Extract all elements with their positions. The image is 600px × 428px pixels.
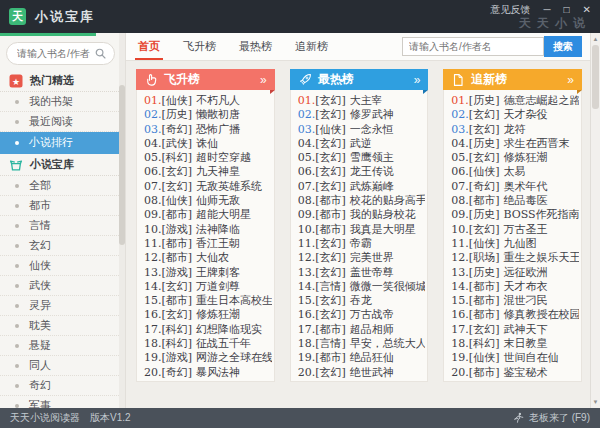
- chevron-right-icon[interactable]: »: [414, 73, 421, 87]
- rank-item[interactable]: 12.[玄幻]完美世界: [298, 251, 426, 265]
- rank-category: [玄幻]: [315, 137, 346, 150]
- rank-category: [仙侠]: [162, 194, 193, 207]
- rank-item[interactable]: 09.[都市]我的贴身校花: [298, 208, 426, 222]
- rank-item[interactable]: 01.[仙侠]不朽凡人: [144, 94, 272, 108]
- rank-item[interactable]: 16.[都市]修真教授在校园: [451, 308, 579, 322]
- maximize-button[interactable]: □: [564, 4, 570, 15]
- rank-item[interactable]: 10.[玄幻]万古圣王: [451, 223, 579, 237]
- rank-item[interactable]: 17.[玄幻]武神天下: [451, 323, 579, 337]
- rank-item[interactable]: 07.[玄幻]无敌英雄系统: [144, 180, 272, 194]
- sidebar-item[interactable]: 灵异: [0, 296, 125, 316]
- rank-item[interactable]: 09.[历史]BOSS作死指南: [451, 208, 579, 222]
- tab-4[interactable]: 追新榜: [295, 33, 328, 60]
- rank-item[interactable]: 20.[玄幻]绝世武神: [298, 366, 426, 380]
- nav-search-input[interactable]: [402, 37, 544, 56]
- sidebar-item[interactable]: 小说排行: [0, 132, 125, 154]
- tab-3[interactable]: 最热榜: [239, 33, 272, 60]
- sidebar-item[interactable]: 军事: [0, 396, 125, 408]
- rank-item[interactable]: 05.[玄幻]修炼狂潮: [451, 151, 579, 165]
- rank-item[interactable]: 04.[武侠]诛仙: [144, 137, 272, 151]
- rank-item[interactable]: 15.[玄幻]吞龙: [298, 294, 426, 308]
- scroll-down-icon[interactable]: ▼: [591, 398, 600, 406]
- close-button[interactable]: ✕: [583, 4, 591, 15]
- sidebar-item[interactable]: 最近阅读: [0, 112, 125, 132]
- sidebar-item[interactable]: 全部: [0, 176, 125, 196]
- rank-item[interactable]: 18.[科幻]征战五千年: [144, 337, 272, 351]
- rank-item[interactable]: 13.[历史]远征欧洲: [451, 266, 579, 280]
- rank-item[interactable]: 20.[奇幻]暴风法神: [144, 366, 272, 380]
- boss-key-button[interactable]: 老板来了 (F9): [512, 411, 590, 425]
- rank-category: [玄幻]: [469, 323, 500, 336]
- rank-item[interactable]: 14.[言情]微微一笑很倾城: [298, 280, 426, 294]
- sidebar-item[interactable]: 我的书架: [0, 92, 125, 112]
- rank-item[interactable]: 11.[仙侠]九仙图: [451, 237, 579, 251]
- sidebar-item[interactable]: 仙侠: [0, 256, 125, 276]
- rank-item[interactable]: 03.[玄幻]龙符: [451, 123, 579, 137]
- rank-item[interactable]: 15.[都市]重生日本高校生: [144, 294, 272, 308]
- sidebar-item[interactable]: 同人: [0, 356, 125, 376]
- rank-item[interactable]: 01.[玄幻]大主宰: [298, 94, 426, 108]
- rank-item[interactable]: 19.[游戏]网游之全球在线: [144, 351, 272, 365]
- main-scrollbar-thumb[interactable]: [592, 45, 599, 109]
- rank-item[interactable]: 06.[玄幻]九天神皇: [144, 165, 272, 179]
- rank-item[interactable]: 10.[游戏]法神降临: [144, 223, 272, 237]
- rank-title: 天才布衣: [503, 280, 547, 293]
- sidebar-item[interactable]: 都市: [0, 196, 125, 216]
- sidebar-item[interactable]: 悬疑: [0, 336, 125, 356]
- rank-item[interactable]: 19.[都市]绝品狂仙: [298, 351, 426, 365]
- rank-item[interactable]: 18.[科幻]末日教皇: [451, 337, 579, 351]
- rank-item[interactable]: 06.[玄幻]龙王传说: [298, 165, 426, 179]
- search-button[interactable]: 搜索: [544, 36, 582, 57]
- rank-item[interactable]: 16.[玄幻]万古战帝: [298, 308, 426, 322]
- sidebar-item[interactable]: 奇幻: [0, 376, 125, 396]
- rank-item[interactable]: 11.[都市]香江王朝: [144, 237, 272, 251]
- rank-item[interactable]: 08.[都市]校花的贴身高手: [298, 194, 426, 208]
- tab-1[interactable]: 首页: [138, 33, 160, 60]
- rank-item[interactable]: 19.[仙侠]世间自在仙: [451, 351, 579, 365]
- sidebar-item[interactable]: 言情: [0, 216, 125, 236]
- rank-item[interactable]: 10.[都市]我真是大明星: [298, 223, 426, 237]
- rank-item[interactable]: 05.[玄幻]雪鹰领主: [298, 151, 426, 165]
- rank-item[interactable]: 01.[历史]德意志崛起之路: [451, 94, 579, 108]
- rank-item[interactable]: 02.[历史]懒散初唐: [144, 108, 272, 122]
- sidebar-scrollbar-thumb[interactable]: [119, 85, 125, 245]
- rank-item[interactable]: 17.[科幻]幻想降临现实: [144, 323, 272, 337]
- tab-2[interactable]: 飞升榜: [183, 33, 216, 60]
- feedback-link[interactable]: 意见反馈: [490, 4, 530, 15]
- rank-item[interactable]: 04.[历史]求生在西晋末: [451, 137, 579, 151]
- rank-item[interactable]: 07.[奇幻]奥术年代: [451, 180, 579, 194]
- rank-item[interactable]: 14.[都市]天才布衣: [451, 280, 579, 294]
- rank-item[interactable]: 13.[玄幻]盖世帝尊: [298, 266, 426, 280]
- sidebar-item[interactable]: 武侠: [0, 276, 125, 296]
- search-icon[interactable]: [94, 47, 107, 60]
- rank-item[interactable]: 02.[玄幻]天才杂役: [451, 108, 579, 122]
- chevron-right-icon[interactable]: »: [260, 73, 267, 87]
- rank-item[interactable]: 17.[都市]超品相师: [298, 323, 426, 337]
- rank-item[interactable]: 15.[都市]混世刁民: [451, 294, 579, 308]
- rank-item[interactable]: 06.[仙侠]太易: [451, 165, 579, 179]
- rank-item[interactable]: 03.[仙侠]一念永恒: [298, 123, 426, 137]
- rank-item[interactable]: 08.[仙侠]仙师无敌: [144, 194, 272, 208]
- sidebar-scrollbar[interactable]: [119, 33, 125, 408]
- sidebar-item[interactable]: 玄幻: [0, 236, 125, 256]
- rank-item[interactable]: 02.[玄幻]修罗武神: [298, 108, 426, 122]
- rank-item[interactable]: 13.[游戏]王牌刺客: [144, 266, 272, 280]
- rank-item[interactable]: 09.[都市]超能大明星: [144, 208, 272, 222]
- chevron-right-icon[interactable]: »: [567, 73, 574, 87]
- rank-item[interactable]: 11.[玄幻]帝霸: [298, 237, 426, 251]
- scroll-up-icon[interactable]: ▲: [591, 35, 600, 43]
- rank-item[interactable]: 08.[都市]绝品毒医: [451, 194, 579, 208]
- rank-item[interactable]: 04.[玄幻]武逆: [298, 137, 426, 151]
- rank-item[interactable]: 14.[玄幻]万道剑尊: [144, 280, 272, 294]
- rank-item[interactable]: 16.[玄幻]修炼狂潮: [144, 308, 272, 322]
- rank-item[interactable]: 18.[言情]早安，总统大人！: [298, 337, 426, 351]
- sidebar-item[interactable]: 耽美: [0, 316, 125, 336]
- rank-item[interactable]: 03.[奇幻]恐怖广播: [144, 123, 272, 137]
- rank-item[interactable]: 05.[科幻]超时空穿越: [144, 151, 272, 165]
- rank-item[interactable]: 12.[职场]重生之娱乐天王: [451, 251, 579, 265]
- minimize-button[interactable]: ─: [543, 4, 550, 15]
- rank-item[interactable]: 12.[都市]大仙农: [144, 251, 272, 265]
- rank-item[interactable]: 07.[玄幻]武炼巅峰: [298, 180, 426, 194]
- main-scrollbar[interactable]: ▲ ▼: [590, 33, 600, 408]
- rank-item[interactable]: 20.[都市]鉴宝秘术: [451, 366, 579, 380]
